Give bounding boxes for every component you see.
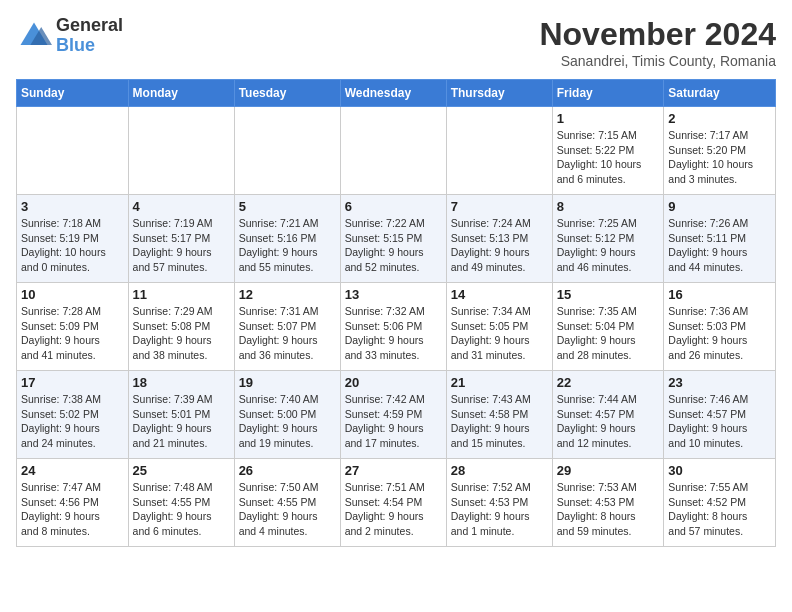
calendar-cell: 14Sunrise: 7:34 AM Sunset: 5:05 PM Dayli…	[446, 283, 552, 371]
day-info: Sunrise: 7:52 AM Sunset: 4:53 PM Dayligh…	[451, 480, 548, 539]
calendar-cell: 25Sunrise: 7:48 AM Sunset: 4:55 PM Dayli…	[128, 459, 234, 547]
day-number: 22	[557, 375, 660, 390]
day-info: Sunrise: 7:42 AM Sunset: 4:59 PM Dayligh…	[345, 392, 442, 451]
day-number: 6	[345, 199, 442, 214]
day-info: Sunrise: 7:35 AM Sunset: 5:04 PM Dayligh…	[557, 304, 660, 363]
calendar-cell: 12Sunrise: 7:31 AM Sunset: 5:07 PM Dayli…	[234, 283, 340, 371]
day-info: Sunrise: 7:24 AM Sunset: 5:13 PM Dayligh…	[451, 216, 548, 275]
day-info: Sunrise: 7:40 AM Sunset: 5:00 PM Dayligh…	[239, 392, 336, 451]
day-info: Sunrise: 7:44 AM Sunset: 4:57 PM Dayligh…	[557, 392, 660, 451]
day-info: Sunrise: 7:32 AM Sunset: 5:06 PM Dayligh…	[345, 304, 442, 363]
calendar-cell: 28Sunrise: 7:52 AM Sunset: 4:53 PM Dayli…	[446, 459, 552, 547]
calendar-cell	[234, 107, 340, 195]
calendar-cell: 19Sunrise: 7:40 AM Sunset: 5:00 PM Dayli…	[234, 371, 340, 459]
calendar-table: SundayMondayTuesdayWednesdayThursdayFrid…	[16, 79, 776, 547]
day-info: Sunrise: 7:21 AM Sunset: 5:16 PM Dayligh…	[239, 216, 336, 275]
calendar-cell: 21Sunrise: 7:43 AM Sunset: 4:58 PM Dayli…	[446, 371, 552, 459]
day-number: 16	[668, 287, 771, 302]
calendar-cell	[17, 107, 129, 195]
calendar-cell: 9Sunrise: 7:26 AM Sunset: 5:11 PM Daylig…	[664, 195, 776, 283]
day-number: 12	[239, 287, 336, 302]
calendar-cell: 30Sunrise: 7:55 AM Sunset: 4:52 PM Dayli…	[664, 459, 776, 547]
day-number: 19	[239, 375, 336, 390]
day-info: Sunrise: 7:26 AM Sunset: 5:11 PM Dayligh…	[668, 216, 771, 275]
weekday-header-thursday: Thursday	[446, 80, 552, 107]
logo: General Blue	[16, 16, 123, 56]
day-number: 4	[133, 199, 230, 214]
calendar-cell: 22Sunrise: 7:44 AM Sunset: 4:57 PM Dayli…	[552, 371, 664, 459]
calendar-cell: 27Sunrise: 7:51 AM Sunset: 4:54 PM Dayli…	[340, 459, 446, 547]
calendar-week-row: 3Sunrise: 7:18 AM Sunset: 5:19 PM Daylig…	[17, 195, 776, 283]
calendar-week-row: 24Sunrise: 7:47 AM Sunset: 4:56 PM Dayli…	[17, 459, 776, 547]
calendar-cell: 20Sunrise: 7:42 AM Sunset: 4:59 PM Dayli…	[340, 371, 446, 459]
calendar-cell: 23Sunrise: 7:46 AM Sunset: 4:57 PM Dayli…	[664, 371, 776, 459]
calendar-cell	[340, 107, 446, 195]
calendar-cell: 29Sunrise: 7:53 AM Sunset: 4:53 PM Dayli…	[552, 459, 664, 547]
day-info: Sunrise: 7:39 AM Sunset: 5:01 PM Dayligh…	[133, 392, 230, 451]
day-info: Sunrise: 7:31 AM Sunset: 5:07 PM Dayligh…	[239, 304, 336, 363]
weekday-header-row: SundayMondayTuesdayWednesdayThursdayFrid…	[17, 80, 776, 107]
day-number: 5	[239, 199, 336, 214]
day-info: Sunrise: 7:22 AM Sunset: 5:15 PM Dayligh…	[345, 216, 442, 275]
location: Sanandrei, Timis County, Romania	[539, 53, 776, 69]
day-number: 20	[345, 375, 442, 390]
day-info: Sunrise: 7:55 AM Sunset: 4:52 PM Dayligh…	[668, 480, 771, 539]
day-info: Sunrise: 7:34 AM Sunset: 5:05 PM Dayligh…	[451, 304, 548, 363]
logo-general-text: General	[56, 16, 123, 36]
day-number: 27	[345, 463, 442, 478]
day-number: 8	[557, 199, 660, 214]
day-info: Sunrise: 7:43 AM Sunset: 4:58 PM Dayligh…	[451, 392, 548, 451]
day-number: 23	[668, 375, 771, 390]
day-number: 18	[133, 375, 230, 390]
calendar-cell: 4Sunrise: 7:19 AM Sunset: 5:17 PM Daylig…	[128, 195, 234, 283]
calendar-cell: 26Sunrise: 7:50 AM Sunset: 4:55 PM Dayli…	[234, 459, 340, 547]
weekday-header-wednesday: Wednesday	[340, 80, 446, 107]
day-number: 13	[345, 287, 442, 302]
calendar-cell: 15Sunrise: 7:35 AM Sunset: 5:04 PM Dayli…	[552, 283, 664, 371]
weekday-header-sunday: Sunday	[17, 80, 129, 107]
day-info: Sunrise: 7:15 AM Sunset: 5:22 PM Dayligh…	[557, 128, 660, 187]
day-number: 7	[451, 199, 548, 214]
day-number: 24	[21, 463, 124, 478]
day-info: Sunrise: 7:19 AM Sunset: 5:17 PM Dayligh…	[133, 216, 230, 275]
calendar-cell: 1Sunrise: 7:15 AM Sunset: 5:22 PM Daylig…	[552, 107, 664, 195]
calendar-cell: 10Sunrise: 7:28 AM Sunset: 5:09 PM Dayli…	[17, 283, 129, 371]
day-number: 26	[239, 463, 336, 478]
calendar-cell: 11Sunrise: 7:29 AM Sunset: 5:08 PM Dayli…	[128, 283, 234, 371]
calendar-cell: 24Sunrise: 7:47 AM Sunset: 4:56 PM Dayli…	[17, 459, 129, 547]
calendar-week-row: 10Sunrise: 7:28 AM Sunset: 5:09 PM Dayli…	[17, 283, 776, 371]
day-number: 14	[451, 287, 548, 302]
calendar-cell: 3Sunrise: 7:18 AM Sunset: 5:19 PM Daylig…	[17, 195, 129, 283]
day-info: Sunrise: 7:53 AM Sunset: 4:53 PM Dayligh…	[557, 480, 660, 539]
day-info: Sunrise: 7:50 AM Sunset: 4:55 PM Dayligh…	[239, 480, 336, 539]
title-area: November 2024 Sanandrei, Timis County, R…	[539, 16, 776, 69]
calendar-cell: 18Sunrise: 7:39 AM Sunset: 5:01 PM Dayli…	[128, 371, 234, 459]
day-info: Sunrise: 7:28 AM Sunset: 5:09 PM Dayligh…	[21, 304, 124, 363]
logo-icon	[16, 18, 52, 54]
calendar-cell: 16Sunrise: 7:36 AM Sunset: 5:03 PM Dayli…	[664, 283, 776, 371]
calendar-cell: 7Sunrise: 7:24 AM Sunset: 5:13 PM Daylig…	[446, 195, 552, 283]
day-number: 1	[557, 111, 660, 126]
day-number: 30	[668, 463, 771, 478]
weekday-header-monday: Monday	[128, 80, 234, 107]
day-number: 28	[451, 463, 548, 478]
day-info: Sunrise: 7:29 AM Sunset: 5:08 PM Dayligh…	[133, 304, 230, 363]
day-info: Sunrise: 7:47 AM Sunset: 4:56 PM Dayligh…	[21, 480, 124, 539]
calendar-cell	[128, 107, 234, 195]
day-info: Sunrise: 7:46 AM Sunset: 4:57 PM Dayligh…	[668, 392, 771, 451]
day-info: Sunrise: 7:17 AM Sunset: 5:20 PM Dayligh…	[668, 128, 771, 187]
calendar-cell: 5Sunrise: 7:21 AM Sunset: 5:16 PM Daylig…	[234, 195, 340, 283]
weekday-header-tuesday: Tuesday	[234, 80, 340, 107]
logo-text: General Blue	[56, 16, 123, 56]
weekday-header-saturday: Saturday	[664, 80, 776, 107]
day-info: Sunrise: 7:51 AM Sunset: 4:54 PM Dayligh…	[345, 480, 442, 539]
day-number: 10	[21, 287, 124, 302]
calendar-week-row: 17Sunrise: 7:38 AM Sunset: 5:02 PM Dayli…	[17, 371, 776, 459]
day-info: Sunrise: 7:18 AM Sunset: 5:19 PM Dayligh…	[21, 216, 124, 275]
header: General Blue November 2024 Sanandrei, Ti…	[16, 16, 776, 69]
calendar-cell: 8Sunrise: 7:25 AM Sunset: 5:12 PM Daylig…	[552, 195, 664, 283]
calendar-cell: 17Sunrise: 7:38 AM Sunset: 5:02 PM Dayli…	[17, 371, 129, 459]
calendar-cell: 13Sunrise: 7:32 AM Sunset: 5:06 PM Dayli…	[340, 283, 446, 371]
month-title: November 2024	[539, 16, 776, 53]
day-number: 2	[668, 111, 771, 126]
